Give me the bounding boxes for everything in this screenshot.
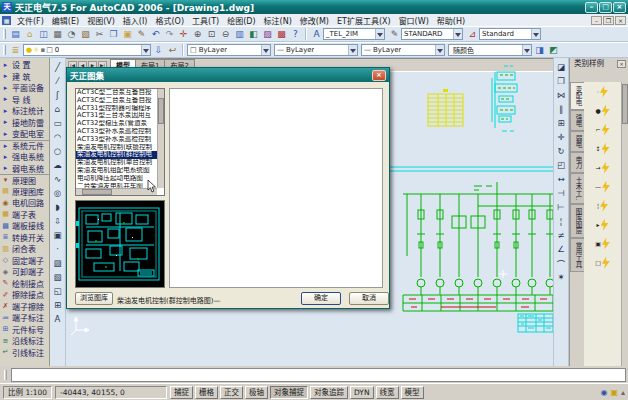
rotate-icon[interactable]: ↻: [555, 144, 568, 157]
tray-arrow-icon[interactable]: ▴: [621, 388, 625, 397]
close-button[interactable]: ×: [613, 2, 626, 13]
palette-symbol-button-9[interactable]: ▣: [595, 237, 610, 250]
calculator-icon[interactable]: ▩: [275, 28, 288, 41]
minimize-button[interactable]: –: [585, 2, 598, 13]
toolpalette-icon[interactable]: ▨: [261, 28, 274, 41]
palette-symbol-button-6[interactable]: —: [595, 180, 610, 193]
mirror-icon[interactable]: ⋈: [555, 88, 568, 101]
palette-symbol-button-1[interactable]: ·: [597, 85, 608, 98]
zoom-previous-icon[interactable]: ⊖: [219, 28, 232, 41]
titlebar[interactable]: 天 天正电气7.5 For AutoCAD 2006 - [Drawing1.d…: [0, 0, 628, 14]
polygon-icon[interactable]: ⌂: [51, 102, 64, 115]
palette-scrollbar[interactable]: [621, 82, 628, 366]
style-icon[interactable]: A: [310, 28, 323, 41]
dropdown-arrow-icon[interactable]: [348, 45, 357, 55]
atlas-list-item[interactable]: ACT3C型二台泵互备自投: [76, 97, 157, 105]
dim-style-combo[interactable]: Standard: [479, 28, 541, 40]
scale-icon[interactable]: ◰: [555, 158, 568, 171]
style-icon[interactable]: ⊿: [466, 28, 479, 41]
status-toggle-button[interactable]: 模型: [401, 386, 424, 399]
atlas-list-item[interactable]: 柴油发电机控制(群控制电: [76, 151, 157, 159]
palette-symbol-button-10[interactable]: □: [595, 256, 610, 269]
menu-item[interactable]: 格式(O): [151, 15, 188, 26]
atlas-list-item[interactable]: ACT3C型二台泵互备自投: [76, 89, 157, 97]
dropdown-arrow-icon[interactable]: [453, 29, 462, 39]
doc-minimize-button[interactable]: –: [591, 16, 602, 25]
sidebar-item[interactable]: ✗ 端子擦除: [0, 301, 49, 313]
sidebar-item[interactable]: ◇ 固定端子: [0, 255, 49, 267]
pline-icon[interactable]: ʃ: [51, 88, 64, 101]
atlas-list-item[interactable]: 柴油发电机控制(联锁控制: [76, 144, 157, 152]
sidebar-item[interactable]: ▾ 原理图: [0, 174, 49, 186]
sidebar-item[interactable]: ✐ 擦除接点: [0, 289, 49, 301]
stretch-icon[interactable]: ↔: [555, 172, 568, 185]
sidebar-item[interactable]: ▸ 强电系统: [0, 151, 49, 163]
menu-item[interactable]: 修改(M): [296, 15, 333, 26]
pan-icon[interactable]: ✛: [177, 28, 190, 41]
publish-icon[interactable]: ▧: [79, 28, 92, 41]
list-vertical-scrollbar[interactable]: [157, 89, 164, 188]
toolbar-grip[interactable]: [3, 29, 6, 39]
sidebar-item[interactable]: ▸ 设 置: [0, 59, 49, 71]
te-layer-tool-icon-2[interactable]: ◩: [547, 44, 560, 57]
dropdown-arrow-icon[interactable]: [261, 45, 270, 55]
ellipse-arc-icon[interactable]: ◗: [51, 200, 64, 213]
paste-icon[interactable]: ▣: [121, 28, 134, 41]
sidebar-item[interactable]: ≔ 端子标注: [0, 312, 49, 324]
offset-icon[interactable]: ∥: [555, 102, 568, 115]
text-style-combo[interactable]: STANDARD: [401, 28, 463, 40]
status-toggle-button[interactable]: 线宽: [376, 386, 399, 399]
status-toggle-button[interactable]: 栅格: [195, 386, 218, 399]
palette-tab[interactable]: 强电: [570, 110, 584, 131]
sidebar-item[interactable]: ▸ 变配电室: [0, 128, 49, 140]
sidebar-item[interactable]: ▸ 接地防雷: [0, 117, 49, 129]
palette-close-icon[interactable]: ×: [617, 60, 626, 68]
browse-library-button[interactable]: 浏览图库: [75, 292, 113, 305]
designcenter-icon[interactable]: ◧: [247, 28, 260, 41]
menu-item[interactable]: 标注(N): [260, 15, 296, 26]
status-toggle-button[interactable]: DYN: [350, 386, 374, 399]
break-icon[interactable]: ≠: [555, 228, 568, 241]
menu-item[interactable]: 视图(V): [83, 15, 119, 26]
atlas-list-item[interactable]: 电动机降压起动电路图: [76, 175, 157, 183]
fillet-icon[interactable]: ⌒: [555, 256, 568, 269]
palette-tab[interactable]: 弱电: [570, 131, 584, 152]
point-icon[interactable]: ·: [51, 242, 64, 255]
menu-item[interactable]: ET扩展工具(X): [333, 15, 395, 26]
zoom-realtime-icon[interactable]: ⊕: [191, 28, 204, 41]
mtext-icon[interactable]: A: [51, 312, 64, 325]
sidebar-item[interactable]: ▸ 系统元件: [0, 140, 49, 152]
dropdown-arrow-icon[interactable]: [375, 29, 384, 39]
redo-icon[interactable]: ↷: [163, 28, 176, 41]
dialog-close-icon[interactable]: ×: [372, 70, 386, 81]
move-icon[interactable]: ✛: [555, 130, 568, 143]
scrollbar-thumb[interactable]: [622, 84, 628, 124]
properties-icon[interactable]: ▥: [233, 28, 246, 41]
cancel-button[interactable]: 取消: [349, 292, 389, 305]
dropdown-arrow-icon[interactable]: [531, 29, 540, 39]
copy-icon[interactable]: ❐: [107, 28, 120, 41]
scrollbar-thumb[interactable]: [158, 98, 164, 124]
menu-item[interactable]: 工具(T): [188, 15, 223, 26]
communication-center-icon[interactable]: ◉: [600, 388, 607, 397]
explode-icon[interactable]: ✶: [555, 270, 568, 283]
status-toggle-button[interactable]: 捕捉: [170, 386, 193, 399]
palette-tab[interactable]: 变配电: [570, 82, 584, 110]
xline-icon[interactable]: ⁄: [51, 74, 64, 87]
layer-color-swatch[interactable]: □: [46, 46, 53, 54]
sidebar-item[interactable]: ≡ 沿线标注: [0, 335, 49, 347]
open-icon[interactable]: ⌂: [23, 28, 36, 41]
menu-item[interactable]: 文件(F): [13, 15, 48, 26]
region-icon[interactable]: ◱: [51, 284, 64, 297]
dropdown-arrow-icon[interactable]: [435, 45, 444, 55]
palette-tab[interactable]: 图库图层: [570, 204, 584, 238]
undo-icon[interactable]: ↶: [149, 28, 162, 41]
drawing-window-icon[interactable]: ▦: [2, 16, 11, 25]
layer-bulb-icon[interactable]: ●: [26, 46, 32, 54]
chamfer-icon[interactable]: ∠: [555, 242, 568, 255]
te-layer-tool-icon-1[interactable]: ◨: [533, 44, 546, 57]
make-object-layer-icon[interactable]: ⇩: [152, 44, 165, 57]
layer-manager-icon[interactable]: ≣: [9, 44, 22, 57]
list-horizontal-scrollbar[interactable]: [76, 188, 157, 195]
toolbar-lock-icon[interactable]: ▣: [610, 388, 618, 397]
